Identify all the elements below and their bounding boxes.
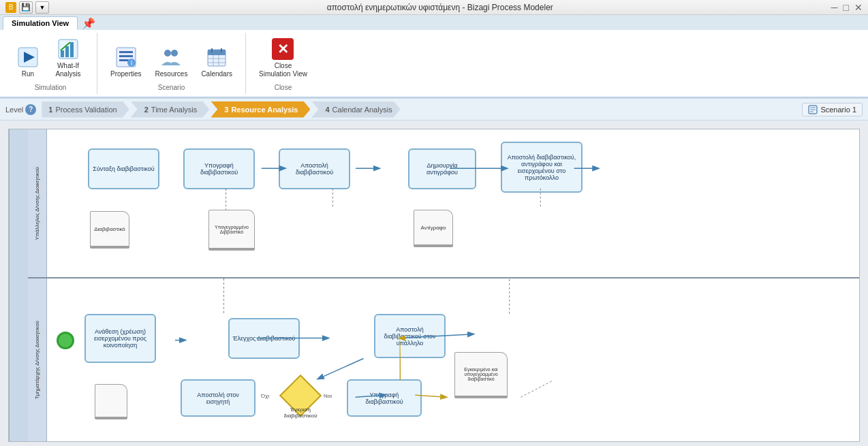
lane-1-label: Υπάλληλος Δ/νσης Διοικητικού — [34, 167, 41, 240]
lane-2-content: Ανάθεση (χρέωση) εισερχομένου προς κοινο… — [47, 278, 859, 441]
svg-rect-4 — [65, 46, 69, 57]
ribbon-group-scenario: i Properties Resources — [97, 33, 246, 94]
task-apostoli-final[interactable]: Αποστολή διαβιβαστικού, αντιγράφου και ε… — [501, 142, 583, 193]
ribbon-tab-bar: Simulation View 📌 — [0, 15, 868, 30]
simulation-view-tab[interactable]: Simulation View — [3, 16, 78, 30]
scenario-group-label: Scenario — [158, 84, 185, 91]
minimize-button[interactable]: ─ — [831, 2, 838, 13]
run-label: Run — [22, 70, 34, 78]
lane-1-content: Σύνταξη διαβιβαστικού Υπογραφή διαβιβαστ… — [47, 129, 859, 277]
svg-rect-9 — [119, 59, 129, 61]
title-bar: B 💾 ▼ αποστολή ενημερωτικών υφιστάμενη -… — [0, 0, 868, 15]
task-dimioyrgia[interactable]: Δημιουργία αντιγράφου — [408, 148, 476, 189]
diagram-canvas: Υπάλληλος Δ/νσης Διοικητικού Σύνταξη δια… — [8, 129, 860, 442]
doc-diabibastiko: Διαβιβαστικό — [90, 211, 129, 249]
task-apostoli-ypalillo[interactable]: Αποστολή διαβιβαστικού στον υπάλληλο — [374, 314, 446, 358]
properties-button[interactable]: i Properties — [106, 44, 146, 81]
simulation-buttons: Run What-If Analysis — [12, 35, 89, 81]
wizard-steps: 1 Process Validation 2 Time Analysis 3 R… — [42, 101, 400, 118]
title-bar-left: B 💾 ▼ — [5, 1, 49, 14]
lane-1: Υπάλληλος Δ/νσης Διοικητικού Σύνταξη δια… — [28, 129, 859, 278]
run-icon — [17, 46, 39, 68]
whatif-button[interactable]: What-If Analysis — [48, 35, 89, 81]
run-button[interactable]: Run — [12, 44, 44, 81]
lane-2-arrows — [47, 278, 859, 441]
task-elegxos[interactable]: Έλεγχος Διαβιβαστικού — [228, 318, 300, 359]
wizard-step-3[interactable]: 3 Resource Analysis — [211, 101, 310, 118]
whatif-icon — [57, 38, 79, 60]
ribbon-pin-button[interactable]: 📌 — [82, 17, 95, 30]
wizard-step-4[interactable]: 4 Calendar Analysis — [311, 101, 400, 118]
ribbon-group-simulation: Run What-If Analysis Simula — [4, 33, 97, 94]
scenario-icon — [808, 105, 818, 114]
app-icon: B — [5, 2, 16, 13]
ribbon-content: Run What-If Analysis Simula — [0, 30, 868, 97]
ribbon: Simulation View 📌 Run — [0, 15, 868, 99]
window-title: αποστολή ενημερωτικών υφιστάμενη - Bizag… — [327, 3, 553, 12]
gateway-label: Έγκριση διαβιβαστικού — [279, 407, 322, 419]
ribbon-group-close: ✕ CloseSimulation View Close — [246, 33, 320, 94]
task-ypografi-1[interactable]: Υπογραφή διαβιβαστικού — [183, 148, 255, 189]
svg-rect-7 — [119, 51, 133, 53]
window-controls[interactable]: ─ □ ✕ — [831, 2, 863, 13]
task-ypografi-2[interactable]: Υπογραφή διαβιβαστικού — [347, 379, 422, 417]
lane-2: Τμηματάρχης Δ/νσης Διοικητικού Ανάθεση (… — [28, 278, 859, 441]
simulation-group-label: Simulation — [35, 84, 67, 91]
properties-icon: i — [115, 46, 137, 68]
lane-1-label-container: Υπάλληλος Δ/νσης Διοικητικού — [28, 129, 47, 277]
lane-2-label: Τμηματάρχης Δ/νσης Διοικητικού — [34, 321, 41, 399]
calendars-icon — [206, 46, 228, 68]
doc-antigrafo: Αντίγραφο — [414, 210, 453, 247]
whatif-label: What-If Analysis — [52, 62, 84, 78]
task-syntaxi[interactable]: Σύνταξη διαβιβαστικού — [88, 148, 159, 189]
gateway-no-label: Όχι — [261, 393, 269, 399]
svg-rect-15 — [208, 50, 226, 55]
resources-icon — [160, 46, 182, 68]
wizard-bar: Level ? 1 Process Validation 2 Time Anal… — [0, 99, 868, 121]
svg-point-13 — [171, 50, 178, 57]
start-event[interactable] — [57, 332, 74, 349]
close-button[interactable]: ✕ — [854, 2, 863, 13]
task-anathesi[interactable]: Ανάθεση (χρέωση) εισερχομένου προς κοινο… — [84, 314, 156, 363]
customize-button[interactable]: ▼ — [35, 1, 49, 14]
canvas-area: Υπάλληλος Δ/νσης Διοικητικού Σύνταξη δια… — [0, 121, 868, 446]
task-apostoli-eisigiti[interactable]: Αποστολή στον εισηγητή — [181, 379, 255, 417]
lane-2-label-container: Τμηματάρχης Δ/νσης Διοικητικού — [28, 278, 47, 441]
pool-label — [9, 129, 28, 441]
doc-ypografimeno: Υπογεγραμμένο Διββαστικό — [208, 210, 255, 251]
doc-egkekrimeno: Εγκεκριμένο και υπογεγραμμένο διαβιβαστι… — [454, 352, 508, 398]
scenario-buttons: i Properties Resources — [106, 35, 237, 81]
diagram-content: Υπάλληλος Δ/νσης Διοικητικού Σύνταξη δια… — [9, 129, 859, 441]
doc-lane2-bottom — [95, 384, 127, 419]
svg-line-40 — [521, 380, 554, 397]
close-buttons: ✕ CloseSimulation View — [254, 35, 312, 81]
svg-point-12 — [164, 50, 171, 57]
properties-label: Properties — [110, 70, 142, 78]
help-icon[interactable]: ? — [25, 104, 36, 115]
wizard-step-2[interactable]: 2 Time Analysis — [131, 101, 210, 118]
close-group-label: Close — [275, 84, 292, 91]
close-sim-label: CloseSimulation View — [259, 62, 307, 78]
lanes-wrapper: Υπάλληλος Δ/νσης Διοικητικού Σύνταξη δια… — [28, 129, 859, 441]
level-label: Level ? — [5, 104, 36, 115]
resources-button[interactable]: Resources — [151, 44, 193, 81]
svg-text:i: i — [131, 59, 132, 67]
calendars-label: Calendars — [201, 70, 232, 78]
resources-label: Resources — [155, 70, 188, 78]
svg-rect-5 — [70, 42, 74, 57]
save-button[interactable]: 💾 — [19, 1, 33, 14]
gateway-yes-label: Ναι — [324, 393, 332, 399]
svg-rect-8 — [119, 55, 133, 57]
svg-rect-3 — [61, 50, 64, 57]
close-simulation-button[interactable]: ✕ CloseSimulation View — [254, 35, 312, 81]
wizard-step-1[interactable]: 1 Process Validation — [42, 101, 129, 118]
scenario-badge: Scenario 1 — [802, 103, 863, 116]
close-sim-icon: ✕ — [272, 38, 294, 60]
svg-line-42 — [318, 359, 364, 379]
maximize-button[interactable]: □ — [843, 2, 849, 13]
calendars-button[interactable]: Calendars — [196, 44, 237, 81]
task-apostoli-1[interactable]: Αποστολή διαβιβαστικού — [279, 148, 350, 189]
